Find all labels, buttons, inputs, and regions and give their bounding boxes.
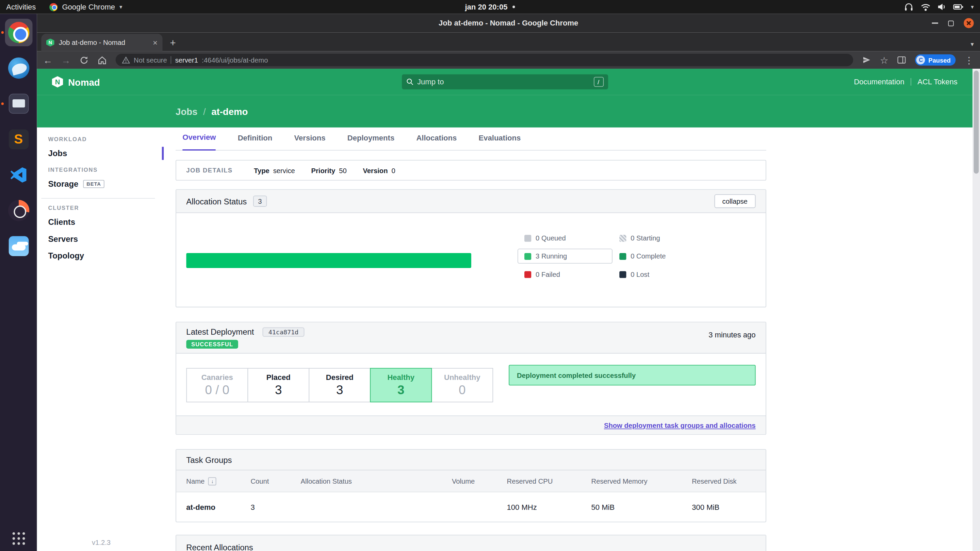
col-name[interactable]: Name <box>186 477 205 485</box>
col-volume[interactable]: Volume <box>452 477 507 485</box>
sidebar-item-storage[interactable]: Storage BETA <box>37 176 164 192</box>
main-content: Overview Definition Versions Deployments… <box>164 127 972 551</box>
jump-to-search[interactable]: / <box>401 75 608 89</box>
volume-icon <box>938 3 947 11</box>
forward-button[interactable]: → <box>61 56 71 65</box>
system-tray[interactable]: ▾ <box>904 2 974 11</box>
show-deployment-link[interactable]: Show deployment task groups and allocati… <box>604 421 756 429</box>
side-panel-icon[interactable] <box>897 56 907 64</box>
vscode-icon <box>8 164 29 185</box>
sort-icon[interactable]: ↓ <box>208 477 216 485</box>
task-group-name[interactable]: at-demo <box>186 503 250 511</box>
tab-versions[interactable]: Versions <box>294 134 326 150</box>
dock-media-player[interactable] <box>5 197 32 224</box>
deployment-id-badge: 41ca871d <box>263 327 304 337</box>
breadcrumb: Jobs / at-demo <box>37 95 972 127</box>
tab-allocations[interactable]: Allocations <box>416 134 457 150</box>
page-scrollbar[interactable] <box>972 69 980 551</box>
dock-sublime[interactable]: S <box>5 125 32 153</box>
tab-overview[interactable]: Overview <box>182 133 216 150</box>
col-reserved-disk[interactable]: Reserved Disk <box>692 477 756 485</box>
metric-unhealthy: Unhealthy 0 <box>431 368 493 402</box>
running-swatch-icon <box>524 253 531 259</box>
activities-button[interactable]: Activities <box>6 2 36 11</box>
legend-complete[interactable]: 0 Complete <box>612 249 708 264</box>
sidebar-item-topology[interactable]: Topology <box>37 247 164 264</box>
new-tab-button[interactable]: + <box>170 37 176 49</box>
recent-allocations-title: Recent Allocations <box>186 543 253 551</box>
col-count[interactable]: Count <box>251 477 301 485</box>
minimize-button[interactable] <box>932 22 938 24</box>
task-group-row[interactable]: at-demo 3 100 MHz 50 MiB 300 MiB <box>176 492 765 521</box>
task-groups-panel: Task Groups Name ↓ Count Allocation Stat… <box>176 449 766 522</box>
documentation-link[interactable]: Documentation <box>854 78 904 86</box>
dock-vscode[interactable] <box>5 161 32 189</box>
storage-label: Storage <box>48 179 78 189</box>
scrollbar-thumb[interactable] <box>974 71 979 174</box>
address-bar[interactable]: Not secure server1 :4646/ui/jobs/at-demo <box>116 54 853 66</box>
deployment-status-badge: SUCCESSFUL <box>186 340 238 348</box>
collapse-button[interactable]: collapse <box>714 194 756 208</box>
window-titlebar[interactable]: Job at-demo - Nomad - Google Chrome <box>37 14 980 32</box>
sidebar-item-jobs[interactable]: Jobs <box>37 145 164 162</box>
task-group-count: 3 <box>251 503 301 511</box>
close-button[interactable] <box>964 18 974 28</box>
sublime-text-icon: S <box>8 129 29 149</box>
task-groups-title: Task Groups <box>186 455 232 465</box>
page-viewport: N Nomad / Documentation ACL Tokens Jobs … <box>37 69 972 551</box>
breadcrumb-current: at-demo <box>211 106 248 116</box>
sidebar-item-clients[interactable]: Clients <box>37 214 164 230</box>
beta-badge: BETA <box>83 180 104 188</box>
nomad-logo-icon: N <box>52 76 63 87</box>
tab-close-icon[interactable]: × <box>153 38 158 47</box>
sidebar: WORKLOAD Jobs INTEGRATIONS Storage BETA … <box>37 127 164 551</box>
home-button[interactable] <box>98 56 107 65</box>
show-applications-icon[interactable] <box>12 532 25 545</box>
dock-chrome[interactable] <box>5 19 32 46</box>
tab-evaluations[interactable]: Evaluations <box>479 134 521 150</box>
col-reserved-memory[interactable]: Reserved Memory <box>592 477 692 485</box>
col-reserved-cpu[interactable]: Reserved CPU <box>507 477 592 485</box>
cluster-section-label: CLUSTER <box>37 200 164 214</box>
clock-label: jan 20 20:05 <box>465 2 508 11</box>
security-label: Not secure <box>134 56 167 64</box>
app-menu[interactable]: Google Chrome ▾ <box>50 2 123 11</box>
profile-chip[interactable]: C Paused <box>915 54 956 66</box>
restore-button[interactable] <box>948 21 954 26</box>
legend-starting[interactable]: 0 Starting <box>612 230 708 246</box>
legend-lost[interactable]: 0 Lost <box>612 267 708 282</box>
chrome-mini-icon <box>50 3 58 11</box>
breadcrumb-jobs-link[interactable]: Jobs <box>176 106 197 116</box>
sidebar-item-servers[interactable]: Servers <box>37 230 164 248</box>
back-button[interactable]: ← <box>43 56 53 65</box>
clock[interactable]: jan 20 20:05 <box>465 2 515 11</box>
bookmark-star-icon[interactable]: ☆ <box>880 56 888 65</box>
dock-weather[interactable] <box>5 232 32 260</box>
tab-search-chevron-icon[interactable]: ▾ <box>970 40 974 47</box>
col-allocation-status[interactable]: Allocation Status <box>301 477 452 485</box>
dock-terminal[interactable] <box>5 90 32 118</box>
search-icon <box>406 78 414 86</box>
acl-tokens-link[interactable]: ACL Tokens <box>917 78 958 86</box>
legend-failed[interactable]: 0 Failed <box>517 267 612 282</box>
browser-menu-icon[interactable]: ⋮ <box>964 56 974 65</box>
running-allocations-bar[interactable] <box>186 253 471 268</box>
legend-running[interactable]: 3 Running <box>517 249 612 264</box>
workload-section-label: WORKLOAD <box>37 131 164 145</box>
metric-placed: Placed 3 <box>247 368 309 402</box>
deployment-success-alert: Deployment completed successfully <box>509 365 756 386</box>
tab-deployments[interactable]: Deployments <box>347 134 395 150</box>
url-host: server1 <box>175 56 198 64</box>
legend-queued[interactable]: 0 Queued <box>517 230 612 246</box>
browser-tab[interactable]: N Job at-demo - Nomad × <box>41 34 162 51</box>
send-tab-icon[interactable] <box>862 56 872 64</box>
nomad-favicon-icon: N <box>46 38 54 47</box>
nomad-brand[interactable]: N Nomad <box>52 76 100 87</box>
tab-definition[interactable]: Definition <box>238 134 272 150</box>
slash-shortcut-badge: / <box>593 77 603 87</box>
search-input[interactable] <box>417 78 590 86</box>
breadcrumb-separator: / <box>203 106 206 116</box>
dock-thunderbird[interactable] <box>5 54 32 82</box>
task-groups-header-row: Name ↓ Count Allocation Status Volume Re… <box>176 470 765 492</box>
reload-button[interactable] <box>79 56 89 65</box>
